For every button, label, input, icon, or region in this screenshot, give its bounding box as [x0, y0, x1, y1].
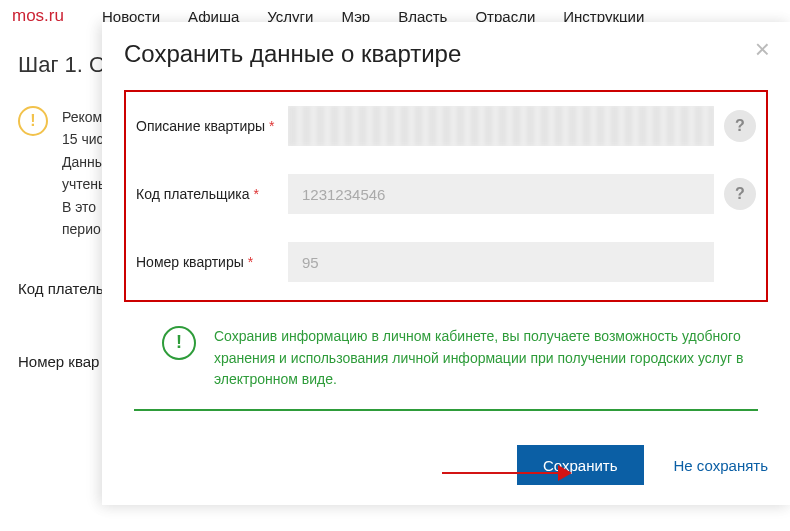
info-icon: ! — [162, 326, 196, 360]
payer-code-input[interactable] — [288, 174, 714, 214]
description-input[interactable] — [288, 106, 714, 146]
save-apartment-modal: × Сохранить данные о квартире Описание к… — [102, 22, 790, 505]
warning-icon: ! — [18, 106, 48, 136]
required-mark: * — [248, 254, 253, 270]
field-label: Описание квартиры * — [136, 117, 288, 136]
modal-title: Сохранить данные о квартире — [124, 40, 768, 68]
logo[interactable]: mos.ru — [12, 6, 64, 26]
save-button[interactable]: Сохранить — [517, 445, 644, 485]
field-description: Описание квартиры * ? — [136, 106, 756, 146]
field-payer-code: Код плательщика * ? — [136, 174, 756, 214]
apt-number-input[interactable] — [288, 242, 714, 282]
help-icon[interactable]: ? — [724, 110, 756, 142]
required-mark: * — [253, 186, 258, 202]
form-container: Описание квартиры * ? Код плательщика * … — [124, 90, 768, 302]
field-apt-number: Номер квартиры * — [136, 242, 756, 282]
dont-save-button[interactable]: Не сохранять — [674, 457, 768, 474]
modal-footer: Сохранить Не сохранять — [102, 411, 790, 485]
help-icon[interactable]: ? — [724, 178, 756, 210]
field-label: Код плательщика * — [136, 185, 288, 204]
info-text: Сохранив информацию в личном кабинете, в… — [214, 326, 746, 391]
field-label: Номер квартиры * — [136, 253, 288, 272]
close-icon[interactable]: × — [755, 36, 770, 62]
info-block: ! Сохранив информацию в личном кабинете,… — [134, 302, 758, 411]
required-mark: * — [269, 118, 274, 134]
